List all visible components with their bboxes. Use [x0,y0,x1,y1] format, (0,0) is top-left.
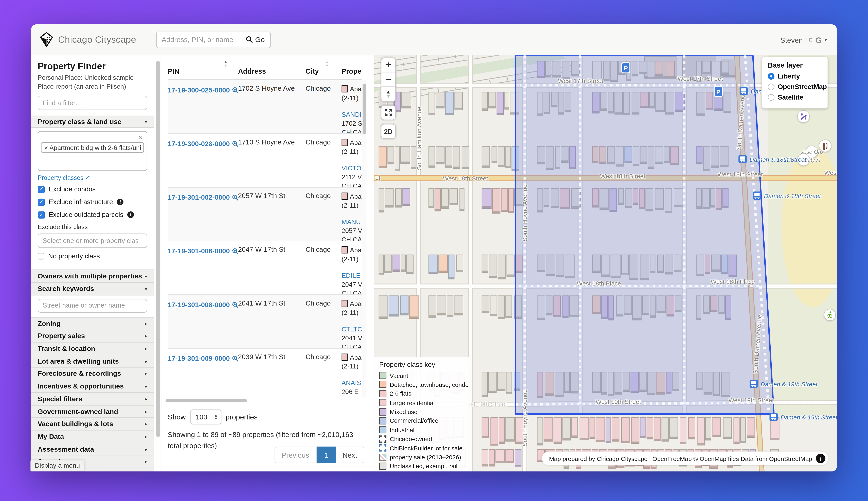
search-input[interactable] [156,31,240,48]
table-row[interactable]: 17-19-301-002-0000 [168,188,362,241]
sidebar-item[interactable]: Owners with multiple properties ▸ [31,270,154,282]
find-filter-input[interactable] [38,96,147,110]
radio-icon[interactable] [768,73,774,80]
table-row[interactable]: 17-19-301-008-0000 [168,295,362,349]
compass-button[interactable]: ▲ ▼ [381,87,395,101]
sort-icons-city[interactable]: ▲▼ [325,60,329,67]
sidebar-subtitle: Personal Place: Unlocked sample Place re… [38,73,147,90]
legend-swatch [379,381,387,388]
sidebar-item[interactable]: Assessment data ▸ [31,443,154,455]
owner-link[interactable]: SANDI [341,110,362,119]
address-cell: 1710 S Hoyne Ave [238,138,306,187]
sidebar-item[interactable]: Property sales ▸ [31,330,154,342]
sort-icons-pin[interactable]: ▲▼ [224,60,228,67]
scrollbar-thumb[interactable] [166,399,247,402]
sports-icon[interactable] [824,309,836,321]
owner-link[interactable]: CTLTC [341,325,362,334]
col-header-pin[interactable]: PIN [168,67,179,75]
parking-icon[interactable]: P [714,87,722,96]
owner-link[interactable]: EDILE [341,271,362,280]
base-layer-option[interactable]: Satellite [768,94,822,101]
sidebar-item[interactable]: Zoning ▸ [31,317,154,330]
pin-link[interactable]: 17-19-301-009-0000 [168,355,239,362]
legend-swatch [379,417,387,425]
sidebar-item[interactable]: Vacant buildings & lots ▸ [31,417,154,430]
info-icon[interactable]: i [816,454,825,463]
info-icon[interactable]: i [117,199,124,205]
fullscreen-button[interactable] [381,105,396,120]
class-color-swatch [341,139,348,146]
chevron-right-icon: ▸ [145,396,147,402]
search-icon [246,36,253,43]
sidebar-item[interactable]: Foreclosure & recordings ▸ [31,367,154,380]
map-canvas[interactable]: West 17th StreetWest 17th StreetetWest 1… [374,55,837,471]
city-cell: Chicago [306,192,342,241]
section-property-class[interactable]: Property class & land use ▾ [31,116,154,128]
street-owner-input[interactable] [38,299,147,312]
col-header-property[interactable]: Property [341,67,362,75]
sidebar-item[interactable]: Government-owned land ▸ [31,405,154,417]
no-property-class-row[interactable]: No property class [38,253,147,260]
school-icon[interactable] [819,139,832,152]
pin-link[interactable]: 17-19-301-006-0000 [168,247,239,255]
clear-icon[interactable]: × [139,134,143,142]
current-page-button[interactable]: 1 [316,447,336,463]
address-cell: 1702 S Hoyne Ave [238,85,306,134]
property-class-multiselect[interactable]: × × Apartment bldg with 2-6 flats/uni [38,131,147,171]
base-layer-option[interactable]: OpenStreetMap [768,83,822,90]
chevron-right-icon: ▸ [145,358,147,364]
previous-page-button[interactable]: Previous [275,447,316,463]
checkbox[interactable] [38,199,45,206]
chevron-right-icon: ▸ [145,409,147,414]
checkbox[interactable] [38,186,45,193]
scrollbar-thumb[interactable] [156,61,160,437]
owner-link[interactable]: ANAIS [341,379,362,387]
checkbox-row[interactable]: Exclude outdated parcels i [38,211,147,219]
pin-link[interactable]: 17-19-300-025-0000 [168,86,239,94]
sidebar-item[interactable]: Transit & location ▸ [31,342,154,355]
info-icon[interactable]: i [127,212,134,218]
owner-link[interactable]: MANU [341,217,362,226]
parking-icon[interactable]: P [622,63,629,73]
next-page-button[interactable]: Next [336,447,364,463]
scrollbar-thumb[interactable] [362,84,366,135]
selected-class-tag[interactable]: × Apartment bldg with 2-6 flats/uni [41,142,144,153]
app-title: Chicago Cityscape [58,34,136,45]
sidebar-item[interactable]: Special filters ▸ [31,392,154,405]
checkbox[interactable] [38,212,45,219]
exclude-class-select[interactable] [38,234,147,248]
user-menu[interactable]: Steven | E G ▾ [780,24,827,55]
pin-link[interactable]: 17-19-301-008-0000 [168,301,239,309]
legend-swatch [379,435,387,443]
col-header-city[interactable]: City [306,67,319,75]
table-row[interactable]: 17-19-301-009-0000 [168,349,362,397]
top-bar: Chicago Cityscape Go Steven | E G ▾ [31,24,837,55]
sidebar-item-search-keywords[interactable]: Search keywords ▾ [31,282,154,295]
radio-icon[interactable] [768,94,774,101]
page-size-select[interactable]: 100 ▲▼ [190,409,221,425]
table-row[interactable]: 17-19-300-028-0000 [168,134,362,188]
base-layer-option[interactable]: Liberty [768,73,822,80]
table-row[interactable]: 17-19-301-006-0000 [168,241,362,295]
go-button[interactable]: Go [240,31,271,48]
pin-link[interactable]: 17-19-301-002-0000 [168,194,239,201]
zoom-in-button[interactable]: + [381,58,395,73]
sidebar-scrollbar[interactable] [156,55,160,471]
checkbox[interactable] [38,253,44,260]
table-vertical-scrollbar[interactable] [362,80,367,397]
col-header-address[interactable]: Address [238,67,266,75]
sidebar-item[interactable]: Lot area & dwelling units ▸ [31,355,154,367]
2d-mode-button[interactable]: 2D [381,124,396,139]
owner-link[interactable]: VICTO [341,164,362,173]
table-row[interactable]: 17-19-300-025-0000 [168,80,362,134]
pin-link[interactable]: 17-19-300-028-0000 [168,140,239,148]
checkbox-row[interactable]: Exclude infrastructure i [38,198,147,206]
playground-icon[interactable] [797,110,810,123]
sidebar-item[interactable]: My Data ▸ [31,430,154,443]
checkbox-row[interactable]: Exclude condos [38,185,147,193]
radio-icon[interactable] [768,84,774,90]
sidebar-item[interactable]: Incentives & opportunities ▸ [31,380,154,392]
zoom-out-button[interactable]: − [381,73,395,87]
table-horizontal-scrollbar[interactable] [162,398,362,403]
property-classes-link[interactable]: Property classes ↗ [38,174,90,181]
